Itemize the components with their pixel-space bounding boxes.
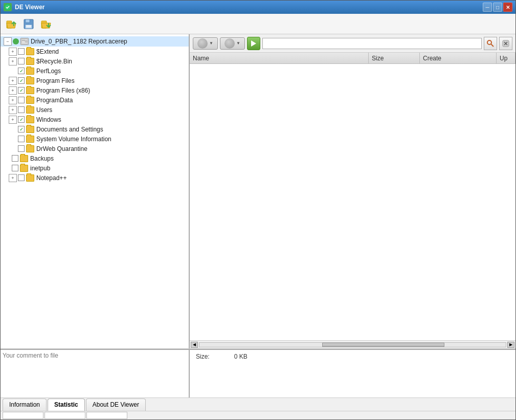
size-label: Size:	[196, 353, 210, 360]
scroll-thumb[interactable]	[322, 343, 445, 347]
col-header-size[interactable]: Size	[369, 53, 420, 63]
programdata-checkbox[interactable]	[18, 97, 25, 103]
tree-item-programdata[interactable]: + ProgramData	[1, 95, 189, 105]
programfiles86-checkbox[interactable]: ✓	[18, 87, 25, 94]
extend-expander[interactable]: +	[9, 48, 17, 56]
notepad-checkbox[interactable]	[18, 174, 25, 181]
file-toolbar: ▼ ▼	[190, 34, 515, 53]
programdata-expander[interactable]: +	[9, 96, 17, 104]
scroll-right-button[interactable]: ▶	[507, 342, 514, 348]
tab-bar: Information Statistic About DE Viewer	[1, 397, 515, 411]
notepad-folder-icon	[26, 174, 34, 182]
sysvolinfo-checkbox[interactable]	[18, 136, 25, 142]
tree-item-programfiles86[interactable]: + ✓ Program Files (x86)	[1, 85, 189, 95]
windows-checkbox[interactable]: ✓	[18, 116, 25, 123]
size-value: 0 KB	[234, 353, 248, 360]
col-header-name[interactable]: Name	[190, 53, 369, 63]
tree-root[interactable]: − Drive_0_PBR_ 1182 Report.acerep	[1, 36, 189, 47]
backups-checkbox[interactable]	[12, 155, 18, 162]
status-bar	[1, 411, 515, 419]
tab-about[interactable]: About DE Viewer	[86, 399, 146, 411]
programfiles-expander[interactable]: +	[9, 77, 17, 85]
forward-circle-icon	[225, 38, 235, 49]
tree-item-docssettings[interactable]: ✓ Documents and Settings	[1, 124, 189, 134]
notepad-expander[interactable]: +	[9, 174, 17, 182]
bottom-section: Size: 0 KB	[1, 349, 515, 397]
extend-folder-icon	[26, 48, 34, 55]
search-input[interactable]	[262, 38, 482, 49]
notepad-label: Notepad++	[36, 174, 66, 182]
tree-item-backups[interactable]: Backups	[1, 153, 189, 163]
tree-item-recycle[interactable]: + $Recycle.Bin	[1, 56, 189, 66]
forward-button[interactable]: ▼	[220, 37, 245, 50]
close-button[interactable]: ✕	[503, 3, 512, 12]
programfiles86-expander[interactable]: +	[9, 86, 17, 95]
tree-item-inetpub[interactable]: inetpub	[1, 163, 189, 173]
search-button[interactable]	[484, 37, 497, 50]
users-expander[interactable]: +	[9, 106, 17, 114]
tree-item-notepad[interactable]: + Notepad++	[1, 173, 189, 183]
minimize-button[interactable]: ─	[483, 3, 492, 12]
comment-area	[1, 350, 190, 397]
inetpub-checkbox[interactable]	[12, 165, 18, 171]
recycle-label: $Recycle.Bin	[36, 58, 72, 65]
root-status-icon	[13, 38, 19, 45]
drweb-folder-icon	[26, 145, 34, 152]
app-icon	[4, 3, 12, 11]
docs-expander-spacer	[9, 125, 17, 134]
tree-item-extend[interactable]: + $Extend	[1, 47, 189, 56]
save-button[interactable]	[21, 16, 36, 32]
open-button[interactable]	[4, 16, 19, 32]
sysvolinfo-label: System Volume Information	[36, 136, 111, 143]
status-panel-3	[86, 412, 127, 419]
file-list-body	[190, 64, 515, 340]
tree-item-windows[interactable]: + ✓ Windows	[1, 115, 189, 124]
tree-panel: − Drive_0_PBR_ 1182 Report.acerep + $Ext…	[1, 34, 190, 348]
windows-folder-icon	[26, 116, 34, 123]
perflogs-checkbox[interactable]: ✓	[18, 68, 25, 74]
export-button[interactable]	[38, 16, 54, 32]
maximize-button[interactable]: □	[493, 3, 502, 12]
programfiles-checkbox[interactable]: ✓	[18, 77, 25, 84]
title-bar: DE Viewer ─ □ ✕	[1, 1, 515, 14]
users-checkbox[interactable]	[18, 106, 25, 113]
backups-folder-icon	[20, 155, 28, 162]
perflogs-label: PerfLogs	[36, 68, 61, 75]
window-title: DE Viewer	[15, 4, 44, 11]
docssettings-folder-icon	[26, 126, 34, 133]
horizontal-scrollbar: ◀ ▶	[190, 340, 515, 348]
back-circle-icon	[197, 38, 208, 49]
tree-item-sysvolinfo[interactable]: System Volume Information	[1, 134, 189, 144]
inetpub-label: inetpub	[30, 165, 50, 172]
programfiles-folder-icon	[26, 77, 34, 84]
back-button[interactable]: ▼	[193, 37, 218, 50]
docssettings-checkbox[interactable]: ✓	[18, 126, 25, 132]
recycle-checkbox[interactable]	[18, 58, 25, 64]
extend-checkbox[interactable]	[18, 48, 25, 55]
programfiles-label: Program Files	[36, 77, 75, 84]
root-expander[interactable]: −	[4, 37, 12, 46]
col-header-up[interactable]: Up	[497, 53, 515, 63]
docssettings-label: Documents and Settings	[36, 126, 103, 133]
programfiles86-label: Program Files (x86)	[36, 87, 90, 94]
comment-textarea[interactable]	[3, 352, 187, 395]
drweb-checkbox[interactable]	[18, 145, 25, 152]
perflogs-folder-icon	[26, 68, 34, 75]
clear-search-button[interactable]	[499, 37, 512, 50]
col-header-create[interactable]: Create	[420, 53, 497, 63]
tree-item-perflogs[interactable]: ✓ PerfLogs	[1, 66, 189, 76]
file-list: Name Size Create Up	[190, 53, 515, 340]
tree-item-programfiles[interactable]: + ✓ Program Files	[1, 76, 189, 85]
scroll-track[interactable]	[199, 342, 506, 347]
tab-statistic[interactable]: Statistic	[48, 399, 85, 411]
scroll-left-button[interactable]: ◀	[191, 342, 198, 348]
windows-expander[interactable]: +	[9, 116, 17, 124]
svg-rect-6	[26, 25, 31, 28]
tab-information[interactable]: Information	[3, 399, 47, 411]
programdata-label: ProgramData	[36, 97, 73, 104]
tree-item-users[interactable]: + Users	[1, 105, 189, 115]
drweb-label: DrWeb Quarantine	[36, 145, 87, 152]
go-button[interactable]	[247, 37, 260, 50]
recycle-expander[interactable]: +	[9, 57, 17, 65]
tree-item-drweb[interactable]: DrWeb Quarantine	[1, 144, 189, 153]
